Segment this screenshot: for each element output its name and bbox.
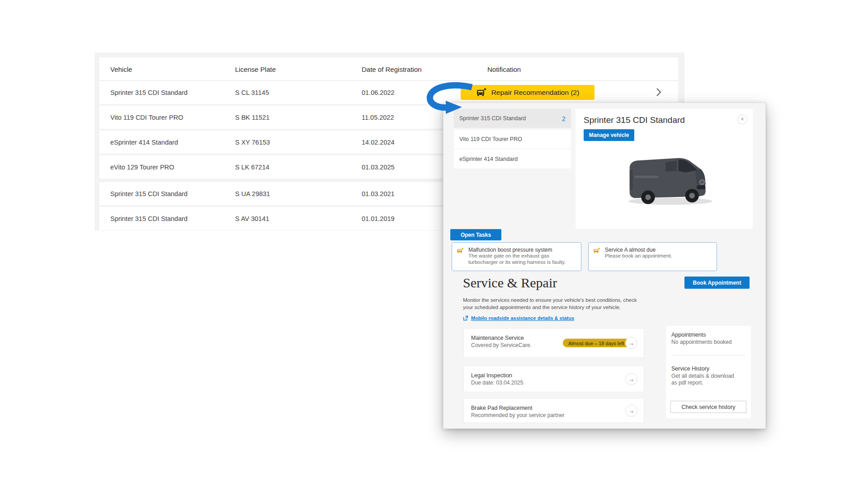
check-service-history-button[interactable]: Check service history — [670, 401, 746, 413]
task-card-malfunction[interactable]: Malfunction boost pressure system The wa… — [452, 242, 581, 271]
license-plate: S LK 67214 — [235, 164, 269, 171]
appointments-history-card: Appointments No appointments booked Serv… — [666, 326, 751, 418]
vehicle-name: Vito 119 CDI Tourer PRO — [110, 114, 183, 121]
repair-recommendation-label: Repair Recommendation (2) — [491, 89, 580, 97]
task-title: Service A almost due — [605, 247, 712, 253]
vehicle-detail-popup: Sprinter 315 CDI Standard 2 Vito 119 CDI… — [443, 103, 766, 429]
card-subtitle: Due date: 03.04.2025 — [471, 380, 637, 386]
registration-date: 01.03.2025 — [362, 164, 395, 171]
chevron-right-icon[interactable] — [656, 87, 662, 97]
vehicle-name: Sprinter 315 CDI Standard — [110, 89, 188, 96]
vehicle-name: Sprinter 315 CDI Standard — [110, 215, 188, 222]
card-title: Legal Inspection — [471, 372, 637, 379]
brake-pad-card[interactable]: Brake Pad Replacement Recommended by you… — [463, 398, 644, 423]
card-title: Brake Pad Replacement — [471, 405, 637, 411]
task-van-icon — [457, 248, 464, 254]
column-header-vehicle: Vehicle — [110, 65, 132, 73]
book-appointment-button[interactable]: Book Appointment — [684, 277, 750, 289]
table-row[interactable]: Sprinter 315 CDI Standard S CL 31145 01.… — [99, 81, 678, 104]
manage-vehicle-button[interactable]: Manage vehicle — [584, 129, 634, 141]
registration-date: 01.03.2021 — [362, 190, 395, 197]
license-plate: S BK 11521 — [235, 114, 269, 121]
service-history-body: Get all details & download as pdf report… — [671, 373, 740, 387]
legal-inspection-card[interactable]: Legal Inspection Due date: 03.04.2025 → — [463, 366, 644, 392]
vehicle-list-item-vito[interactable]: Vito 119 CDI Tourer PRO — [454, 130, 571, 149]
section-title: Service & Repair — [463, 275, 557, 291]
arrow-right-icon[interactable]: → — [625, 404, 637, 417]
task-card-service-a[interactable]: Service A almost due Please book an appo… — [588, 242, 717, 271]
vehicle-name: eSprinter 414 Standard — [110, 139, 178, 146]
repair-recommendation-button[interactable]: Repair Recommendation (2) — [461, 85, 594, 100]
appointments-title: Appointments — [671, 332, 745, 338]
external-link-icon — [463, 315, 468, 321]
card-subtitle: Recommended by your service partner — [471, 412, 637, 418]
task-title: Malfunction boost pressure system — [468, 247, 576, 253]
task-body: Please book an appointment. — [605, 253, 712, 259]
open-tasks-button[interactable]: Open Tasks — [450, 229, 501, 240]
registration-date: 11.05.2022 — [362, 114, 394, 121]
table-header-row: Vehicle License Plate Date of Registrati… — [99, 57, 678, 81]
license-plate: S UA 29831 — [235, 190, 270, 197]
divider — [671, 355, 745, 356]
van-icon — [476, 88, 487, 97]
arrow-right-icon[interactable]: → — [625, 337, 637, 349]
arrow-right-icon[interactable]: → — [625, 373, 637, 385]
license-plate: S XY 76153 — [235, 139, 270, 146]
column-header-license-plate: License Plate — [235, 65, 276, 73]
mobilo-link-label: Mobilo roadside assistance details & sta… — [471, 315, 574, 321]
task-van-icon — [593, 248, 600, 254]
registration-date: 01.01.2019 — [362, 215, 395, 222]
maintenance-service-card[interactable]: Maintenance Service Covered by ServiceCa… — [463, 328, 644, 358]
column-header-date: Date of Registration — [362, 65, 422, 73]
license-plate: S CL 31145 — [235, 89, 269, 96]
registration-date: 14.02.2024 — [362, 139, 395, 146]
registration-date: 01.06.2022 — [362, 89, 395, 96]
vehicle-list-label: Vito 119 CDI Tourer PRO — [459, 136, 522, 142]
vehicle-image — [618, 143, 722, 217]
task-body: The waste gate on the exhaust gas turboc… — [468, 253, 576, 265]
close-icon[interactable]: × — [737, 114, 747, 124]
vehicle-list-label: eSprinter 414 Standard — [459, 156, 518, 162]
appointments-body: No appointments booked — [671, 339, 740, 346]
open-task-count-badge: 2 — [562, 115, 566, 122]
mobilo-link[interactable]: Mobilo roadside assistance details & sta… — [463, 315, 574, 321]
vehicle-name: Sprinter 315 CDI Standard — [110, 190, 188, 197]
vehicle-card: Sprinter 315 CDI Standard × Manage vehic… — [576, 109, 753, 229]
vehicle-name: eVito 129 Tourer PRO — [110, 164, 174, 171]
service-history-title: Service History — [671, 366, 745, 372]
column-header-notification: Notification — [487, 65, 521, 73]
license-plate: S AV 30141 — [235, 215, 269, 222]
vehicle-list-item-esprinter[interactable]: eSprinter 414 Standard — [454, 150, 571, 169]
almost-due-badge: Almost due – 18 days left — [563, 339, 630, 347]
vehicle-list-item-sprinter[interactable]: Sprinter 315 CDI Standard 2 — [454, 109, 571, 128]
section-description: Monitor the services needed to ensure yo… — [463, 296, 643, 311]
vehicle-list-label: Sprinter 315 CDI Standard — [459, 115, 526, 122]
vehicle-card-title: Sprinter 315 CDI Standard — [584, 115, 685, 125]
